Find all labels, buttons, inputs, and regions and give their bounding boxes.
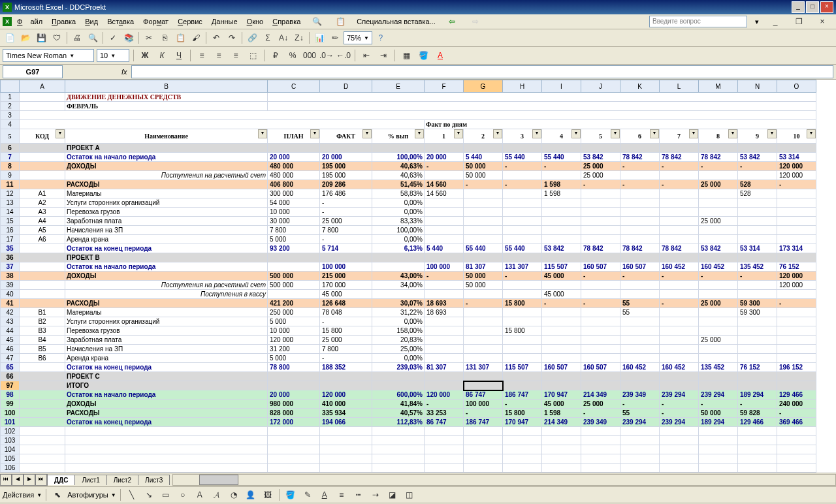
table-row[interactable]: 104 [1, 445, 816, 454]
arrow-style-icon[interactable]: ⇢ [368, 488, 383, 502]
drawing-actions[interactable]: Действия [3, 491, 34, 499]
sort-desc-icon[interactable]: Z↓ [292, 31, 306, 45]
font-size-combo[interactable]: 10▼ [97, 49, 129, 62]
percent-icon[interactable]: % [285, 48, 300, 63]
clipart-icon[interactable]: 👤 [244, 488, 258, 502]
close-button[interactable]: × [820, 1, 833, 13]
sort-asc-icon[interactable]: A↓ [276, 31, 291, 45]
sheet-tab[interactable]: Лист1 [74, 475, 106, 485]
table-row[interactable]: 99ДОХОДЫ980 000410 00041,84%-100 000-45 … [1, 400, 816, 409]
fill-icon[interactable]: 🪣 [283, 488, 298, 502]
menu-special-paste[interactable]: Специальная вставка... [353, 16, 439, 27]
menu-insert[interactable]: Вставка [103, 16, 138, 27]
table-row[interactable]: 40Поступления в кассу45 00045 000 [1, 290, 816, 299]
table-row[interactable]: 9Поступления на расчетный счет480 000195… [1, 171, 816, 180]
table-row[interactable]: 46В5Начисления на ЗП31 2007 80025,00% [1, 345, 816, 354]
filter-icon[interactable]: ▼ [258, 129, 267, 138]
open-icon[interactable]: 📂 [18, 31, 33, 45]
table-row[interactable]: 103 [1, 436, 816, 445]
filter-icon[interactable]: ▼ [807, 129, 816, 138]
menu-tools[interactable]: Сервис [174, 16, 206, 27]
spreadsheet-grid[interactable]: ABCDEFGHIJKLMNO 1ДВИЖЕНИЕ ДЕНЕЖНЫХ СРЕДС… [0, 80, 836, 473]
cut-icon[interactable]: ✂ [142, 31, 156, 45]
column-headers[interactable]: ABCDEFGHIJKLMNO [1, 80, 816, 93]
filter-icon[interactable]: ▼ [532, 129, 541, 138]
paste-icon[interactable]: 📋 [329, 13, 351, 30]
minimize-button[interactable]: _ [792, 1, 805, 13]
filter-icon[interactable]: ▼ [571, 129, 581, 138]
dec-indent-icon[interactable]: ⇤ [359, 48, 374, 63]
doc-minimize-button[interactable]: _ [764, 13, 786, 30]
binoculars-icon[interactable]: 🔍 [306, 13, 328, 30]
fx-icon[interactable]: fx [121, 68, 127, 76]
tab-last-icon[interactable]: ⏭ [35, 474, 47, 486]
table-row[interactable]: 35Остаток на конец периода93 2005 7146,1… [1, 244, 816, 253]
research-icon[interactable]: 📚 [121, 31, 136, 45]
spell-icon[interactable]: ✓ [106, 31, 120, 45]
tab-next-icon[interactable]: ▶ [24, 474, 35, 486]
sheet-tab[interactable]: Лист3 [138, 475, 170, 485]
table-row[interactable]: 15А4Заработная плата30 00025 00083,33%25… [1, 217, 816, 226]
font-color-icon[interactable]: A [317, 488, 332, 502]
table-row[interactable]: 42В1Материалы250 00078 04831,22%18 69355… [1, 308, 816, 317]
horizontal-scrollbar[interactable] [172, 474, 836, 486]
table-row[interactable]: 65Остаток на конец периода78 800188 3522… [1, 363, 816, 372]
back-icon[interactable]: ⇦ [441, 13, 463, 30]
align-left-icon[interactable]: ≡ [195, 48, 209, 63]
menu-file[interactable]: Файл [13, 16, 46, 27]
filter-icon[interactable]: ▼ [767, 129, 777, 138]
table-row[interactable]: 105 [1, 454, 816, 464]
picture-icon[interactable]: 🖼 [261, 488, 275, 502]
filter-icon[interactable]: ▼ [611, 129, 620, 138]
autosum-icon[interactable]: Σ [261, 31, 275, 45]
table-row[interactable]: 13А2Услуги сторонних организаций54 000-0… [1, 198, 816, 208]
currency-icon[interactable]: ₽ [268, 48, 283, 63]
line-style-icon[interactable]: ≡ [334, 488, 349, 502]
undo-icon[interactable]: ↶ [209, 31, 223, 45]
table-row[interactable]: 16А5Начисления на ЗП7 8007 800100,00% [1, 226, 816, 235]
table-row[interactable]: 66ПРОЕКТ C [1, 372, 816, 381]
maximize-button[interactable]: □ [806, 1, 819, 13]
redo-icon[interactable]: ↷ [225, 31, 239, 45]
filter-icon[interactable]: ▼ [493, 129, 502, 138]
bold-icon[interactable]: Ж [138, 48, 152, 63]
italic-icon[interactable]: К [155, 48, 169, 63]
filter-icon[interactable]: ▼ [689, 129, 698, 138]
table-row[interactable]: 11РАСХОДЫ406 800209 28651,45%14 560--1 5… [1, 180, 816, 189]
select-icon[interactable]: ⬉ [50, 488, 65, 502]
question-box[interactable]: Введите вопрос [649, 16, 747, 27]
forward-icon[interactable]: ⇨ [464, 13, 487, 30]
table-row[interactable]: 44В3Перевозка грузов10 00015 800158,00%1… [1, 326, 816, 336]
sheet-tab[interactable]: Лист2 [106, 475, 138, 485]
rectangle-icon[interactable]: ▭ [159, 488, 173, 502]
table-row[interactable]: 45В4Заработная плата120 00025 00020,83%2… [1, 336, 816, 345]
table-row[interactable]: 101Остаток на конец периода172 000194 06… [1, 418, 816, 427]
doc-restore-button[interactable]: ❐ [788, 13, 810, 30]
table-row[interactable]: 14А3Перевозка грузов10 000-0,00% [1, 208, 816, 217]
menu-data[interactable]: Данные [208, 16, 242, 27]
table-row[interactable]: 43В2Услуги сторонних организаций5 000-0,… [1, 317, 816, 326]
menu-window[interactable]: Окно [243, 16, 268, 27]
tab-prev-icon[interactable]: ◀ [12, 474, 24, 486]
line-icon[interactable]: ╲ [125, 488, 139, 502]
zoom-combo[interactable]: 75%▼ [344, 31, 372, 44]
paste-icon[interactable]: 📋 [173, 31, 187, 45]
sheet-tab-active[interactable]: ДДС [47, 475, 75, 485]
table-row[interactable]: 36ПРОЕКТ B [1, 253, 816, 262]
table-row[interactable]: 98Остаток на начало периода20 000120 000… [1, 390, 816, 400]
merge-icon[interactable]: ⬚ [246, 48, 260, 63]
line-color-icon[interactable]: ✎ [300, 488, 315, 502]
font-color-icon[interactable]: A [433, 48, 447, 63]
table-row[interactable]: 6ПРОЕКТ A [1, 144, 816, 153]
menu-edit[interactable]: Правка [48, 16, 80, 27]
table-row[interactable]: 41РАСХОДЫ421 200126 64830,07%18 693-15 8… [1, 299, 816, 308]
tab-first-icon[interactable]: ⏮ [0, 474, 12, 486]
comma-icon[interactable]: 000 [302, 48, 317, 63]
arrow-icon[interactable]: ↘ [142, 488, 156, 502]
table-row[interactable]: 47В6Аренда крана5 000-0,00% [1, 354, 816, 363]
print-icon[interactable]: 🖨 [70, 31, 84, 45]
3d-icon[interactable]: ◫ [402, 488, 417, 502]
filter-icon[interactable]: ▼ [728, 129, 737, 138]
help-icon[interactable]: ? [374, 31, 388, 45]
doc-close-button[interactable]: × [811, 13, 833, 30]
